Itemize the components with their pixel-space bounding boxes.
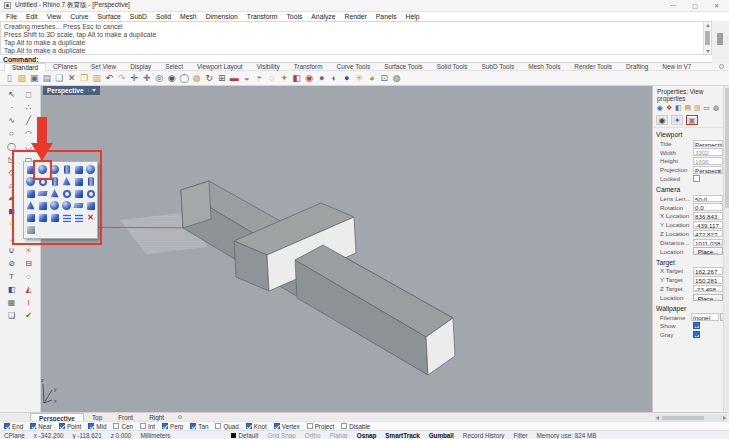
arc-icon[interactable]: ◠ — [20, 127, 37, 140]
minimize-button[interactable]: — — [670, 2, 676, 9]
osnap-checkbox[interactable] — [59, 423, 65, 429]
viewport-layout-icon[interactable]: ⊞ — [216, 72, 229, 85]
property-value[interactable]: 3302 — [693, 148, 723, 156]
toolbar-tab[interactable]: Mesh Tools — [521, 63, 567, 71]
property-value[interactable]: 1696 — [693, 157, 723, 165]
toolbar-tab[interactable]: Viewport Layout — [190, 63, 250, 71]
curve-icon[interactable]: ∿ — [3, 114, 20, 127]
menu-item[interactable]: View — [47, 13, 62, 20]
redo-icon[interactable]: ↷ — [116, 72, 129, 85]
new-viewport-icon[interactable] — [178, 415, 182, 419]
explode-icon[interactable]: ✳ — [20, 244, 37, 257]
trim-icon[interactable]: ⊘ — [3, 257, 20, 270]
viewport-title-menu[interactable]: Perspective — [43, 86, 100, 95]
curve-edit-icon[interactable]: ◌ — [20, 270, 37, 283]
maximize-button[interactable]: ▢ — [692, 2, 698, 9]
property-value[interactable]: 50.0 — [693, 195, 723, 203]
property-value[interactable] — [693, 322, 700, 329]
material-icon[interactable]: ◕ — [366, 72, 379, 85]
menu-item[interactable]: Curve — [70, 13, 88, 20]
close-button[interactable]: ✕ — [714, 2, 719, 9]
save-icon[interactable]: ▣ — [28, 72, 41, 85]
property-value[interactable]: -23.498 — [693, 285, 723, 293]
property-value[interactable]: (none) — [691, 313, 719, 321]
export-icon[interactable]: ❏ — [53, 72, 66, 85]
material-sidebar-icon[interactable]: ◭ — [20, 283, 37, 296]
osnap-checkbox[interactable] — [190, 423, 196, 429]
osnap-checkbox[interactable] — [30, 423, 36, 429]
status-item[interactable]: x -342.200 — [34, 432, 64, 439]
toolbar-tab[interactable]: SubD Tools — [475, 63, 522, 71]
toolbar-tab[interactable]: CPlanes — [46, 63, 84, 71]
scroll-up-icon[interactable] — [706, 24, 710, 27]
property-value[interactable]: Perspecti... — [693, 166, 723, 174]
toolbar-tab[interactable]: Select — [158, 63, 190, 71]
property-value[interactable]: Place... — [693, 247, 723, 255]
menu-item[interactable]: Solid — [156, 13, 171, 20]
pan-icon[interactable]: ✛ — [128, 72, 141, 85]
layers-icon[interactable]: ❖ — [665, 104, 672, 112]
menu-item[interactable]: Mesh — [180, 13, 197, 20]
status-item[interactable]: Gumball — [429, 432, 454, 439]
osnap-option[interactable]: Int — [140, 423, 155, 430]
properties-icon[interactable]: ◉ — [656, 104, 663, 112]
osnap-option[interactable]: Disable — [341, 423, 370, 430]
osnap-checkbox[interactable] — [246, 423, 252, 429]
osnap-option[interactable]: End — [4, 423, 23, 430]
status-item[interactable]: z 0.000 — [111, 432, 132, 439]
property-value[interactable]: 0.0 — [693, 203, 723, 211]
toolbar-tab[interactable]: Surface Tools — [377, 63, 430, 71]
point-cloud-icon[interactable]: ∴ — [20, 101, 37, 114]
undo-icon[interactable]: ↶ — [103, 72, 116, 85]
property-value[interactable]: 836.843 — [693, 212, 723, 220]
status-item[interactable]: Grid Snap — [267, 432, 295, 439]
unlock-icon[interactable]: ◌ — [266, 72, 279, 85]
hide-icon[interactable]: ▬ — [228, 72, 241, 85]
toolbar-tab[interactable]: Standard — [4, 63, 46, 71]
selection-filter-icon[interactable]: ◻ — [20, 88, 37, 101]
menu-item[interactable]: Dimension — [206, 13, 238, 20]
osnap-checkbox[interactable] — [4, 423, 10, 429]
web-icon[interactable]: ◍ — [712, 104, 719, 112]
show-icon[interactable]: ◒ — [241, 72, 254, 85]
print-icon[interactable]: ▤ — [41, 72, 54, 85]
open-folder-icon[interactable]: ▨ — [16, 72, 29, 85]
status-item[interactable]: Filter — [514, 432, 528, 439]
property-value[interactable]: 1011.038 — [693, 239, 723, 247]
toolbar-tab[interactable]: Render Tools — [567, 63, 619, 71]
menu-item[interactable]: Render — [345, 13, 367, 20]
osnap-option[interactable]: Tan — [190, 423, 208, 430]
horizontal-scrollbar[interactable] — [655, 415, 727, 421]
files-icon[interactable]: ▨ — [694, 104, 701, 112]
sketch-icon[interactable]: ❏ — [3, 309, 20, 322]
check-icon[interactable]: ✔ — [20, 309, 37, 322]
lock-icon[interactable]: ◓ — [253, 72, 266, 85]
osnap-checkbox[interactable] — [307, 423, 313, 429]
command-side-scrollbar[interactable] — [713, 21, 729, 55]
menu-item[interactable]: Panels — [376, 13, 397, 20]
zoom-selected-icon[interactable]: ◍ — [191, 72, 204, 85]
long-box-front-segment[interactable] — [295, 245, 455, 375]
property-value[interactable] — [693, 331, 700, 338]
toolbar-tab[interactable]: Solid Tools — [430, 63, 475, 71]
status-item[interactable]: y -118.621 — [72, 432, 101, 439]
split-icon[interactable]: ⊟ — [20, 257, 37, 270]
property-value[interactable]: Perspective — [693, 140, 723, 148]
circle-icon[interactable]: ○ — [3, 127, 20, 140]
scroll-down-icon[interactable] — [706, 50, 710, 53]
osnap-checkbox[interactable] — [215, 423, 221, 429]
toolbar-tab[interactable]: Curve Tools — [330, 63, 378, 71]
scroll-left-icon[interactable] — [656, 416, 659, 420]
panel-scrollbar[interactable] — [723, 86, 729, 412]
display-icon[interactable]: ◧ — [675, 104, 682, 112]
display-mode-icon[interactable]: ✦ — [671, 115, 683, 125]
toolbar-tab[interactable]: Transform — [287, 63, 330, 71]
join-icon[interactable]: ∪ — [3, 244, 20, 257]
annotate-icon[interactable]: I — [20, 296, 37, 309]
menu-item[interactable]: Help — [406, 13, 420, 20]
toolbar-tab[interactable]: Set View — [84, 63, 123, 71]
perspective-viewport[interactable]: Perspective — [41, 86, 652, 412]
hscrollbar-thumb[interactable] — [662, 416, 704, 420]
property-value[interactable]: -439.117 — [693, 221, 723, 229]
status-item[interactable]: Record History — [463, 432, 505, 439]
